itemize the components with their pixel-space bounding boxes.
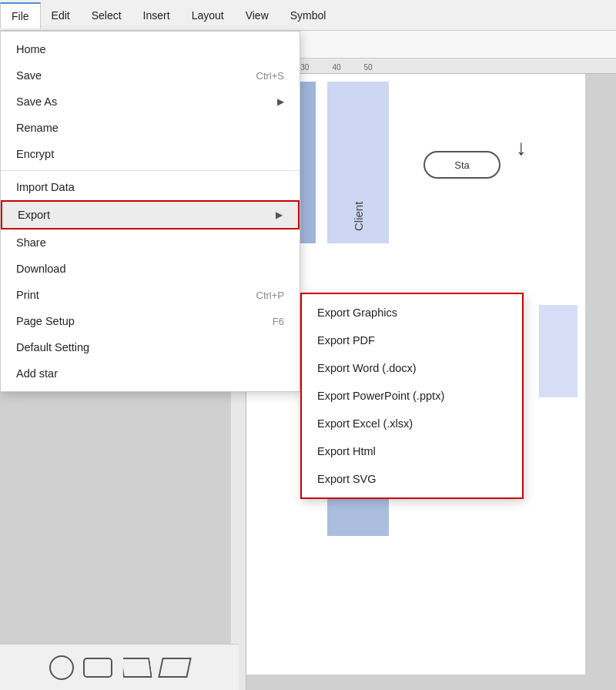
client-label: Client xyxy=(327,136,389,297)
export-word-label: Export Word (.docx) xyxy=(317,362,417,374)
menu-symbol[interactable]: Symbol xyxy=(280,3,337,28)
menu-item-page-setup-label: Page Setup xyxy=(16,315,75,327)
menu-select[interactable]: Select xyxy=(81,3,132,28)
menu-item-page-setup[interactable]: Page Setup F6 xyxy=(1,308,300,334)
export-graphics[interactable]: Export Graphics xyxy=(302,299,522,327)
export-html-label: Export Html xyxy=(317,445,376,457)
menu-file[interactable]: File xyxy=(0,2,41,28)
menu-item-save[interactable]: Save Ctrl+S xyxy=(1,62,300,89)
export-powerpoint-label: Export PowerPoint (.pptx) xyxy=(317,390,444,402)
menu-item-print-shortcut: Ctrl+P xyxy=(256,290,284,301)
ruler-mark-50: 50 xyxy=(364,63,373,72)
menu-item-default-setting-label: Default Setting xyxy=(16,341,89,353)
menu-layout[interactable]: Layout xyxy=(181,3,235,28)
menu-item-rename-label: Rename xyxy=(16,122,59,134)
menu-item-import-label: Import Data xyxy=(16,181,75,193)
shape-rounded-rect[interactable] xyxy=(83,658,112,678)
menu-item-print-label: Print xyxy=(16,289,39,301)
menu-view[interactable]: View xyxy=(235,3,280,28)
menu-item-home[interactable]: Home xyxy=(1,36,300,62)
shape-circle[interactable] xyxy=(49,655,74,680)
menu-bar: File Edit Select Insert Layout View Symb… xyxy=(0,0,616,31)
menu-item-share[interactable]: Share xyxy=(1,229,300,256)
menu-item-export[interactable]: Export ▶ xyxy=(1,200,300,229)
menu-divider-1 xyxy=(1,170,300,171)
shape-light-right xyxy=(539,305,578,397)
menu-item-rename[interactable]: Rename xyxy=(1,115,300,141)
file-dropdown: Home Save Ctrl+S Save As ▶ Rename Encryp… xyxy=(0,31,300,392)
menu-item-save-label: Save xyxy=(16,69,42,82)
menu-item-print[interactable]: Print Ctrl+P xyxy=(1,282,300,308)
menu-item-share-label: Share xyxy=(16,236,46,249)
menu-item-home-label: Home xyxy=(16,43,46,55)
ruler-mark-40: 40 xyxy=(332,63,340,72)
menu-item-save-as-label: Save As xyxy=(16,95,57,108)
menu-item-import[interactable]: Import Data xyxy=(1,174,300,200)
ruler-mark-30: 30 xyxy=(300,63,309,72)
menu-item-download-label: Download xyxy=(16,263,66,275)
start-label: Sta xyxy=(454,159,470,171)
menu-item-export-label: Export xyxy=(18,209,50,221)
menu-item-encrypt-label: Encrypt xyxy=(16,148,54,160)
shape-trapezoid-left[interactable] xyxy=(120,658,152,678)
export-svg-label: Export SVG xyxy=(317,473,377,485)
menu-item-add-star-label: Add star xyxy=(16,367,58,380)
export-graphics-label: Export Graphics xyxy=(317,306,397,319)
export-submenu: Export Graphics Export PDF Export Word (… xyxy=(300,293,524,499)
export-powerpoint[interactable]: Export PowerPoint (.pptx) xyxy=(302,382,522,410)
menu-item-page-setup-shortcut: F6 xyxy=(273,316,284,327)
export-html[interactable]: Export Html xyxy=(302,437,522,465)
export-pdf[interactable]: Export PDF xyxy=(302,327,522,354)
export-excel[interactable]: Export Excel (.xlsx) xyxy=(302,410,522,437)
export-svg[interactable]: Export SVG xyxy=(302,465,522,493)
save-as-arrow-icon: ▶ xyxy=(277,96,284,107)
menu-item-save-as[interactable]: Save As ▶ xyxy=(1,89,300,115)
start-shape: Sta xyxy=(424,151,500,179)
shape-bar xyxy=(0,644,239,690)
menu-insert[interactable]: Insert xyxy=(132,3,181,28)
menu-item-default-setting[interactable]: Default Setting xyxy=(1,334,300,360)
shape-parallelogram[interactable] xyxy=(158,658,192,678)
menu-item-add-star[interactable]: Add star xyxy=(1,360,300,387)
export-excel-label: Export Excel (.xlsx) xyxy=(317,417,413,430)
export-arrow-icon: ▶ xyxy=(276,209,283,220)
menu-item-save-shortcut: Ctrl+S xyxy=(256,70,284,82)
export-pdf-label: Export PDF xyxy=(317,334,375,347)
export-word[interactable]: Export Word (.docx) xyxy=(302,354,522,382)
menu-item-download[interactable]: Download xyxy=(1,256,300,282)
arrow-down-icon: ↓ xyxy=(516,136,527,160)
menu-item-encrypt[interactable]: Encrypt xyxy=(1,141,300,167)
menu-edit[interactable]: Edit xyxy=(41,3,81,28)
